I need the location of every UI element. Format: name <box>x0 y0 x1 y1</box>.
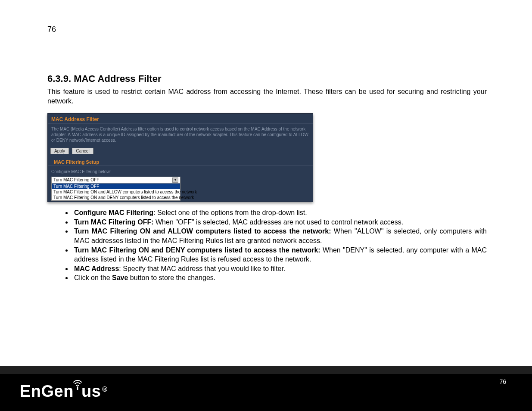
filter-option-off[interactable]: Turn MAC Filtering OFF <box>52 184 180 189</box>
apply-button[interactable]: Apply <box>50 148 69 154</box>
logo-text: EnGen us ® <box>20 382 108 401</box>
chevron-down-icon[interactable]: ▾ <box>172 177 178 183</box>
svg-rect-0 <box>77 386 78 390</box>
brand-logo: EnGen us ® <box>20 382 108 401</box>
filter-select-value: Turn MAC Filtering OFF <box>53 177 99 183</box>
config-label: Configure MAC Filtering below: <box>48 166 313 176</box>
bullet-bold: MAC Address <box>74 265 119 272</box>
embedded-screenshot: MAC Address Filter The MAC (Media Access… <box>47 113 313 202</box>
filter-select-wrap: Turn MAC Filtering OFF ▾ Turn MAC Filter… <box>48 176 313 202</box>
list-item: Turn MAC Filtering ON and DENY computers… <box>72 246 487 264</box>
bullet-text: button to store the changes. <box>128 274 215 281</box>
registered-icon: ® <box>102 386 107 393</box>
bullet-bold: Turn MAC Filtering ON and DENY computers… <box>74 246 320 254</box>
bullet-bold: Configure MAC Filtering <box>74 209 153 216</box>
section-heading: 6.3.9. MAC Address Filter <box>47 73 487 84</box>
wifi-icon <box>73 375 82 394</box>
filter-select[interactable]: Turn MAC Filtering OFF ▾ <box>51 177 180 184</box>
panel-button-row: Apply Cancel <box>48 145 313 158</box>
panel-description: The MAC (Media Access Controller) Addres… <box>48 124 313 145</box>
page-number-bottom: 76 <box>499 378 506 385</box>
bullet-text: When "OFF" is selected, MAC addresses ar… <box>154 218 404 226</box>
list-item: MAC Address: Specify that MAC address th… <box>72 264 487 274</box>
logo-part2: us <box>81 382 101 401</box>
section-intro: This feature is used to restrict certain… <box>47 87 487 106</box>
filter-dropdown: Turn MAC Filtering OFF Turn MAC Filterin… <box>51 183 180 201</box>
panel-subtitle: MAC Filtering Setup <box>48 158 313 166</box>
list-item: Click on the Save button to store the ch… <box>72 273 487 283</box>
list-item: Turn MAC Filtering ON and ALLOW computer… <box>72 227 487 245</box>
bullet-text: : Specify that MAC address that you woul… <box>119 265 285 272</box>
content-area: 6.3.9. MAC Address Filter This feature i… <box>47 73 487 283</box>
list-item: Configure MAC Filtering: Select one of t… <box>72 208 487 218</box>
footer-band <box>0 366 532 374</box>
bullet-bold: Turn MAC Filtering OFF: <box>74 218 154 226</box>
filter-option-allow[interactable]: Turn MAC Filtering ON and ALLOW computer… <box>52 189 180 195</box>
bullet-text: : Select one of the options from the dro… <box>153 209 307 216</box>
logo-part1: EnGen <box>20 382 74 401</box>
bullet-text: Click on the <box>74 274 112 281</box>
filter-option-deny[interactable]: Turn MAC Filtering ON and DENY computers… <box>52 195 180 200</box>
bullet-list: Configure MAC Filtering: Select one of t… <box>47 208 487 283</box>
cancel-button[interactable]: Cancel <box>72 148 93 154</box>
bullet-bold: Save <box>112 274 128 281</box>
bullet-bold: Turn MAC Filtering ON and ALLOW computer… <box>74 227 331 235</box>
page-number-top: 76 <box>47 25 56 34</box>
list-item: Turn MAC Filtering OFF: When "OFF" is se… <box>72 218 487 227</box>
panel-title: MAC Address Filter <box>48 114 313 124</box>
